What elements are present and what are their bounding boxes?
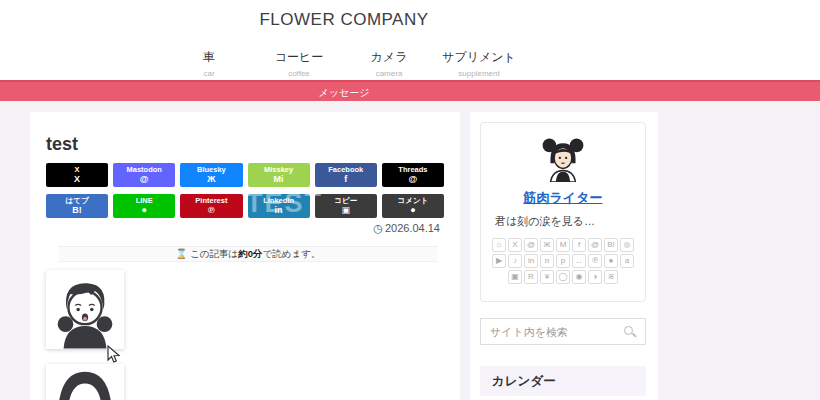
comment-button[interactable]: コメント ● <box>382 194 444 218</box>
tiktok-icon[interactable]: ♪ <box>508 254 522 268</box>
nav-item-sublabel: supplement <box>434 69 524 78</box>
author-sns-icons: ⌂ X @ Ж M f @ B! ◎ ▶ ♪ in n p ‥ ℗ ● a <box>481 238 645 284</box>
share-x-button[interactable]: X X <box>46 163 108 187</box>
share-pinterest-button[interactable]: Pinterest ℗ <box>180 194 242 218</box>
reading-time-prefix: この記事は <box>190 248 238 259</box>
article-title: test <box>46 134 78 155</box>
share-bluesky-button[interactable]: Bluesky Ж <box>180 163 242 187</box>
sidebar: 筋肉ライター 君は刻の涙を見る… ⌂ X @ Ж M f @ B! ◎ ▶ ♪ … <box>470 112 658 400</box>
message-banner-label: メッセージ <box>319 86 370 100</box>
share-button-label: Facebook <box>328 166 363 174</box>
line-icon: ● <box>142 206 147 215</box>
facebook-icon: f <box>344 175 347 184</box>
search-input[interactable] <box>481 319 630 344</box>
sns-row: ▶ ♪ in n p ‥ ℗ ● a <box>481 254 645 268</box>
paypal-icon[interactable]: ¥ <box>540 270 554 284</box>
reading-time-suffix: で読めます。 <box>263 248 321 259</box>
threads-icon: @ <box>409 175 418 184</box>
reading-time-notice: ⌛ この記事は約0分で読めます。 <box>58 246 438 262</box>
twitch-icon[interactable]: ▣ <box>508 270 522 284</box>
site-title[interactable]: FLOWER COMPANY <box>259 10 428 30</box>
pinterest-icon[interactable]: ℗ <box>588 254 602 268</box>
misskey-icon[interactable]: M <box>556 238 570 252</box>
bluesky-icon[interactable]: Ж <box>540 238 554 252</box>
share-threads-button[interactable]: Threads @ <box>382 163 444 187</box>
publish-date-value: 2026.04.14 <box>385 222 440 234</box>
publish-date: ◷2026.04.14 <box>373 222 440 235</box>
author-avatar[interactable] <box>540 136 586 182</box>
calendar-heading-label: カレンダー <box>492 366 646 396</box>
nav-item-coffee[interactable]: コーヒー coffee <box>254 49 344 78</box>
amazon-icon[interactable]: a <box>620 254 634 268</box>
home-icon[interactable]: ⌂ <box>492 238 506 252</box>
calendar-widget-heading: カレンダー <box>480 366 646 396</box>
share-linkedin-button[interactable]: LinkedIn in <box>248 194 310 218</box>
sns-row: ▣ R ¥ ◯ ◉ ◑ ≋ <box>481 270 645 284</box>
share-buttons: X X Mastodon @ Bluesky Ж Misskey Mi Face… <box>46 163 444 218</box>
girl-pigtails-illustration <box>46 270 124 349</box>
note-icon[interactable]: n <box>540 254 554 268</box>
nav-item-camera[interactable]: カメラ camera <box>344 49 434 78</box>
nav-item-label: 車 <box>164 49 254 66</box>
article-card: test X X Mastodon @ Bluesky Ж Misskey Mi… <box>30 112 460 400</box>
share-button-label: Misskey <box>264 166 293 174</box>
x-icon: X <box>74 175 80 184</box>
nav-item-sublabel: coffee <box>254 69 344 78</box>
share-line-button[interactable]: LINE ● <box>113 194 175 218</box>
share-button-label: コメント <box>398 197 429 205</box>
facebook-icon[interactable]: f <box>572 238 586 252</box>
comment-icon: ● <box>410 206 415 215</box>
nav-item-sublabel: car <box>164 69 254 78</box>
author-name-link[interactable]: 筋肉ライター <box>481 189 645 207</box>
linkedin-icon: in <box>275 206 283 215</box>
mastodon-icon: @ <box>140 175 149 184</box>
share-misskey-button[interactable]: Misskey Mi <box>248 163 310 187</box>
flickr-icon[interactable]: ‥ <box>572 254 586 268</box>
search-icon[interactable] <box>624 326 633 335</box>
github-icon[interactable]: ◯ <box>556 270 570 284</box>
line-icon[interactable]: ● <box>604 254 618 268</box>
clock-icon: ◷ <box>373 222 383 234</box>
article-image-hooded-face <box>46 364 124 400</box>
pinterest-icon: ℗ <box>208 206 215 215</box>
copy-button[interactable]: コピー ▣ <box>315 194 377 218</box>
share-button-label: X <box>75 166 80 174</box>
feedly-icon[interactable]: ◑ <box>588 270 602 284</box>
nav-item-supplement[interactable]: サプリメント supplement <box>434 49 524 78</box>
nav-item-label: カメラ <box>344 49 434 66</box>
nav-item-sublabel: camera <box>344 69 434 78</box>
copy-icon: ▣ <box>341 206 350 215</box>
author-profile-card: 筋肉ライター 君は刻の涙を見る… ⌂ X @ Ж M f @ B! ◎ ▶ ♪ … <box>480 122 646 302</box>
nav-item-label: サプリメント <box>434 49 524 66</box>
threads-icon[interactable]: @ <box>588 238 602 252</box>
share-facebook-button[interactable]: Facebook f <box>315 163 377 187</box>
bluesky-icon: Ж <box>207 175 215 184</box>
youtube-icon[interactable]: ▶ <box>492 254 506 268</box>
nav-menu: 車 car コーヒー coffee カメラ camera サプリメント supp… <box>164 49 524 78</box>
share-hatena-button[interactable]: はてブ B! <box>46 194 108 218</box>
author-description: 君は刻の涙を見る… <box>495 214 645 229</box>
share-button-label: はてブ <box>66 197 89 205</box>
site-header: FLOWER COMPANY <box>0 0 820 42</box>
rss-icon[interactable]: ≋ <box>604 270 618 284</box>
rakuten-room-icon[interactable]: R <box>524 270 538 284</box>
hatena-icon: B! <box>72 206 82 215</box>
share-button-label: Pinterest <box>195 197 227 205</box>
share-button-label: LINE <box>136 197 153 205</box>
share-button-label: コピー <box>334 197 357 205</box>
article-image-girl-pigtails <box>46 270 124 349</box>
reading-time-value: 約0分 <box>238 248 262 259</box>
linkedin-icon[interactable]: in <box>524 254 538 268</box>
share-mastodon-button[interactable]: Mastodon @ <box>113 163 175 187</box>
instagram-icon[interactable]: ◎ <box>620 238 634 252</box>
nav-item-car[interactable]: 車 car <box>164 49 254 78</box>
share-button-label: Mastodon <box>127 166 162 174</box>
share-button-label: LinkedIn <box>263 197 294 205</box>
x-icon[interactable]: X <box>508 238 522 252</box>
message-banner[interactable]: メッセージ <box>0 80 820 101</box>
mastodon-icon[interactable]: @ <box>524 238 538 252</box>
hourglass-icon: ⌛ <box>176 248 188 259</box>
hatena-icon[interactable]: B! <box>604 238 618 252</box>
codepen-icon[interactable]: ◉ <box>572 270 586 284</box>
pixiv-icon[interactable]: p <box>556 254 570 268</box>
